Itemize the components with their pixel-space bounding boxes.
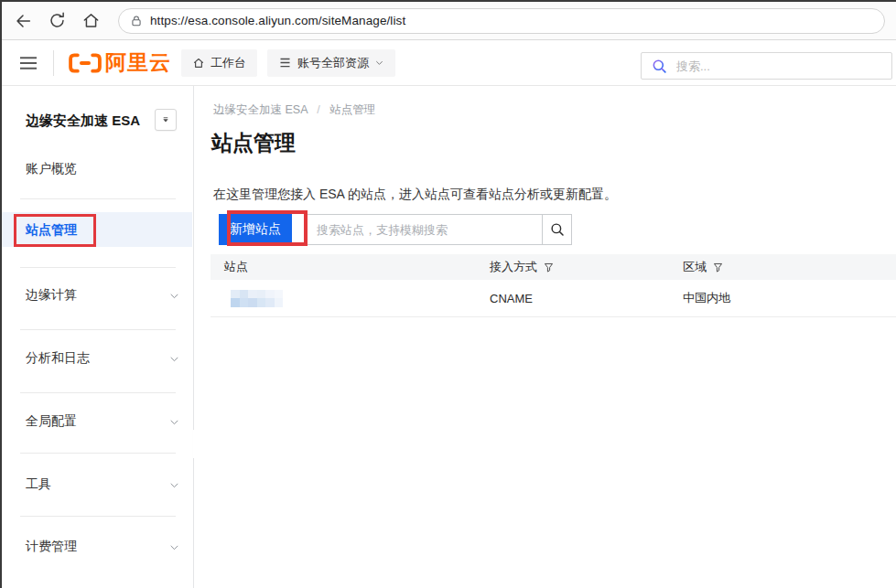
- sidebar-group-label: 计费管理: [26, 539, 77, 555]
- sidebar-item-site-manage[interactable]: 站点管理: [2, 212, 192, 247]
- hamburger-menu-icon[interactable]: [16, 51, 40, 75]
- cell-site[interactable]: [211, 290, 476, 307]
- sidebar-group-label: 全局配置: [26, 413, 77, 430]
- workbench-label: 工作台: [211, 55, 246, 71]
- breadcrumb-esa[interactable]: 边缘安全加速 ESA: [213, 103, 308, 116]
- cell-access-type: CNAME: [476, 292, 669, 305]
- filter-funnel-icon[interactable]: [712, 262, 724, 273]
- redacted-site-name: [231, 290, 283, 307]
- divider: [20, 267, 176, 268]
- divider: [53, 50, 54, 76]
- account-resources-button[interactable]: 账号全部资源: [267, 49, 395, 77]
- breadcrumb-site-manage: 站点管理: [329, 103, 375, 116]
- product-switcher-button[interactable]: [155, 109, 177, 131]
- divider: [20, 198, 176, 199]
- account-resources-label: 账号全部资源: [297, 55, 369, 71]
- page-description: 在这里管理您接入 ESA 的站点，进入站点可查看站点分析或更新配置。: [213, 187, 617, 203]
- sidebar-group-label: 工具: [26, 476, 51, 493]
- lock-icon: [130, 15, 143, 27]
- chevron-down-icon: [374, 58, 384, 68]
- console-topnav: 阿里云 工作台 账号全部资源: [2, 40, 896, 86]
- divider: [20, 329, 176, 330]
- breadcrumb-separator: /: [317, 103, 319, 116]
- column-header-label: 区域: [683, 259, 707, 275]
- chevron-down-icon: [168, 353, 180, 365]
- sidebar-group-label: 边缘计算: [26, 287, 77, 304]
- resources-icon: [278, 56, 292, 69]
- column-header-site: 站点: [211, 259, 476, 275]
- column-header-region[interactable]: 区域: [669, 259, 896, 275]
- cell-region: 中国内地: [669, 290, 896, 306]
- search-icon: [651, 58, 668, 75]
- home-icon[interactable]: [79, 9, 103, 33]
- filter-funnel-icon[interactable]: [543, 262, 555, 273]
- sidebar-item-site-manage-label: 站点管理: [26, 212, 77, 247]
- table-header: 站点 接入方式 区域: [211, 254, 896, 280]
- divider: [20, 453, 176, 454]
- chevron-down-icon: [168, 541, 180, 553]
- aliyun-logo[interactable]: 阿里云: [67, 48, 171, 77]
- workbench-button[interactable]: 工作台: [181, 49, 257, 77]
- sidebar-group-analytics-logs[interactable]: 分析和日志: [26, 349, 180, 368]
- sidebar-item-account-overview[interactable]: 账户概览: [26, 159, 77, 177]
- sidebar-group-tools[interactable]: 工具: [26, 476, 180, 494]
- chevron-down-icon: [168, 479, 180, 491]
- sites-table: 站点 接入方式 区域 CNAME 中国内地: [211, 254, 896, 317]
- main-content: 边缘安全加速 ESA / 站点管理 站点管理 在这里管理您接入 ESA 的站点，…: [194, 86, 896, 588]
- global-search-input[interactable]: [676, 59, 882, 73]
- caret-down-icon: [161, 115, 170, 124]
- add-site-button[interactable]: 新增站点: [219, 214, 292, 245]
- url-text: https://esa.console.aliyun.com/siteManag…: [150, 14, 405, 27]
- divider: [20, 516, 176, 517]
- browser-toolbar: https://esa.console.aliyun.com/siteManag…: [2, 2, 896, 40]
- sidebar: 边缘安全加速 ESA 账户概览 站点管理 边缘计算 分析和日志 全局配置 工具: [2, 86, 194, 588]
- sidebar-group-edge-compute[interactable]: 边缘计算: [26, 286, 180, 305]
- back-icon[interactable]: [11, 9, 35, 33]
- chevron-down-icon: [168, 416, 180, 428]
- chevron-down-icon: [168, 290, 180, 302]
- aliyun-logo-text: 阿里云: [105, 48, 171, 77]
- breadcrumb: 边缘安全加速 ESA / 站点管理: [213, 102, 375, 118]
- browser-window: https://esa.console.aliyun.com/siteManag…: [0, 0, 896, 588]
- search-icon: [549, 221, 566, 238]
- page-title: 站点管理: [211, 129, 296, 157]
- site-search-input[interactable]: [307, 214, 543, 245]
- sidebar-group-billing[interactable]: 计费管理: [26, 538, 180, 556]
- product-title: 边缘安全加速 ESA: [26, 111, 140, 131]
- aliyun-logo-mark: [67, 51, 103, 75]
- refresh-icon[interactable]: [45, 9, 69, 33]
- column-header-label: 接入方式: [490, 259, 537, 275]
- url-bar[interactable]: https://esa.console.aliyun.com/siteManag…: [118, 8, 885, 34]
- sidebar-group-global-config[interactable]: 全局配置: [26, 412, 180, 431]
- global-search-box[interactable]: [641, 52, 892, 80]
- column-header-access-type[interactable]: 接入方式: [476, 259, 669, 275]
- site-search-button[interactable]: [542, 214, 572, 245]
- sidebar-group-label: 分析和日志: [26, 350, 90, 367]
- table-row[interactable]: CNAME 中国内地: [211, 280, 896, 317]
- home-small-icon: [192, 57, 205, 69]
- divider: [20, 392, 176, 393]
